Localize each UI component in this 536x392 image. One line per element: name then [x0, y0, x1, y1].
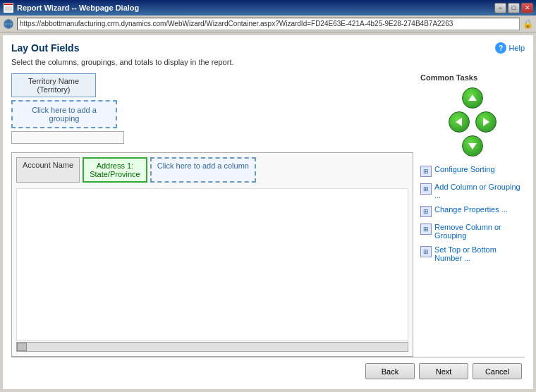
svg-rect-2: [4, 6, 13, 12]
arrow-down-button[interactable]: [462, 135, 483, 157]
svg-marker-12: [468, 143, 477, 149]
help-label: Help: [508, 44, 525, 52]
remove-column-label: Remove Column or Grouping: [434, 223, 525, 240]
territory-box: Territory Name (Territory): [11, 73, 96, 97]
window-title: Report Wizard -- Webpage Dialog: [17, 4, 494, 12]
remove-column-link[interactable]: ⊞ Remove Column or Grouping: [420, 223, 525, 240]
window-controls: − □ ✕: [494, 3, 533, 13]
territory-name-line1: Territory Name: [18, 77, 90, 85]
columns-header-row: Account Name Address 1: State/Province C…: [16, 157, 408, 183]
grouping-area: Territory Name (Territory) Click here to…: [11, 73, 413, 148]
add-column-button[interactable]: Click here to add a column: [150, 157, 256, 183]
browser-icon: [3, 18, 14, 30]
svg-marker-10: [456, 118, 462, 126]
arrow-right-button[interactable]: [475, 111, 497, 133]
app-icon: [3, 2, 14, 13]
change-properties-icon: ⊞: [420, 206, 432, 217]
arrow-row-bottom: [461, 134, 485, 158]
common-tasks-title: Common Tasks: [420, 73, 525, 82]
arrow-left-button[interactable]: [449, 111, 470, 133]
close-button[interactable]: ✕: [521, 3, 533, 13]
address-line2: State/Province: [90, 170, 140, 178]
configure-sorting-label: Configure Sorting: [434, 165, 495, 173]
set-top-bottom-icon: ⊞: [420, 246, 432, 257]
next-button[interactable]: Next: [419, 363, 468, 379]
grouping-input[interactable]: [11, 131, 124, 144]
back-button[interactable]: Back: [365, 363, 415, 379]
add-column-link[interactable]: ⊞ Add Column or Grouping ...: [420, 183, 525, 200]
add-column-label: Add Column or Grouping ...: [434, 183, 525, 200]
address-input[interactable]: [17, 18, 520, 30]
add-grouping-button[interactable]: Click here to add a grouping: [11, 100, 117, 128]
main-layout: Territory Name (Territory) Click here to…: [11, 73, 525, 357]
left-panel: Territory Name (Territory) Click here to…: [11, 73, 413, 357]
change-properties-label: Change Properties ...: [434, 205, 508, 214]
address-bar: 🔒: [0, 16, 536, 32]
minimize-button[interactable]: −: [494, 3, 506, 13]
address-line1: Address 1:: [90, 161, 140, 170]
horizontal-scrollbar[interactable]: [16, 342, 408, 352]
footer: Back Next Cancel: [11, 357, 525, 382]
arrow-row-top: [461, 86, 485, 110]
maximize-button[interactable]: □: [508, 3, 520, 13]
scroll-thumb[interactable]: [17, 343, 27, 351]
columns-body: [16, 188, 408, 341]
configure-sorting-link[interactable]: ⊞ Configure Sorting: [420, 165, 525, 177]
remove-column-icon: ⊞: [420, 223, 432, 235]
territory-name-line2: (Territory): [18, 85, 90, 94]
svg-marker-9: [468, 94, 477, 101]
cancel-button[interactable]: Cancel: [473, 363, 522, 379]
lock-icon: 🔒: [523, 19, 533, 29]
svg-marker-11: [483, 118, 489, 126]
account-name-column[interactable]: Account Name: [16, 157, 80, 183]
help-link[interactable]: ? Help: [495, 42, 525, 54]
description-text: Select the columns, groupings, and total…: [11, 58, 525, 66]
arrow-row-middle: [447, 110, 498, 134]
dialog-content: Lay Out Fields ? Help Select the columns…: [3, 35, 533, 389]
arrow-up-button[interactable]: [462, 87, 483, 109]
help-icon: ?: [495, 42, 506, 54]
page-header: Lay Out Fields ? Help: [11, 42, 525, 54]
add-column-icon: ⊞: [420, 183, 432, 195]
change-properties-link[interactable]: ⊞ Change Properties ...: [420, 205, 525, 217]
set-top-bottom-label: Set Top or Bottom Number ...: [434, 245, 525, 262]
columns-area: Account Name Address 1: State/Province C…: [11, 152, 413, 357]
page-title: Lay Out Fields: [11, 42, 79, 54]
svg-rect-1: [4, 4, 13, 5]
right-panel: Common Tasks: [420, 73, 525, 357]
arrow-buttons: [420, 86, 525, 158]
set-top-bottom-link[interactable]: ⊞ Set Top or Bottom Number ...: [420, 245, 525, 262]
title-bar: Report Wizard -- Webpage Dialog − □ ✕: [0, 0, 536, 16]
address-column[interactable]: Address 1: State/Province: [83, 157, 147, 183]
configure-sorting-icon: ⊞: [420, 166, 432, 177]
